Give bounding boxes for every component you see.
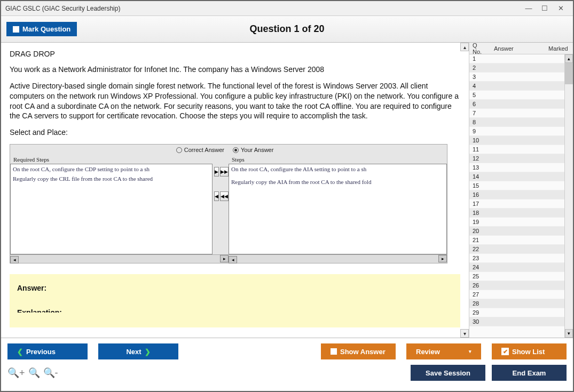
list-item[interactable]: Regularly copy the AIA from the root CA … [229, 177, 446, 187]
scroll-left-icon[interactable]: ◂ [229, 256, 237, 263]
question-list[interactable]: 1234567891011121314151617181920212223242… [469, 54, 573, 338]
show-answer-button[interactable]: Show Answer [321, 343, 396, 359]
table-row[interactable]: 11 [469, 145, 573, 154]
row-number: 15 [469, 182, 487, 189]
table-row[interactable]: 28 [469, 299, 573, 308]
end-exam-button[interactable]: End Exam [492, 365, 567, 381]
correct-answer-toggle[interactable]: Correct Answer [10, 145, 229, 155]
table-row[interactable]: 25 [469, 272, 573, 281]
chevron-right-icon: ❯ [145, 348, 151, 356]
table-row[interactable]: 1 [469, 54, 573, 63]
list-scrollbar[interactable]: ▴ ▾ [564, 54, 573, 338]
window-title: GIAC GSLC (GIAC Security Leadership) [5, 5, 521, 12]
row-number: 13 [469, 164, 487, 171]
scroll-up-icon[interactable]: ▴ [565, 54, 573, 63]
table-row[interactable]: 3 [469, 73, 573, 82]
row-number: 26 [469, 282, 487, 289]
table-row[interactable]: 12 [469, 154, 573, 163]
row-number: 29 [469, 309, 487, 316]
table-row[interactable]: 27 [469, 290, 573, 299]
minimize-button[interactable]: — [521, 3, 537, 14]
row-number: 21 [469, 237, 487, 243]
scroll-left-icon[interactable]: ◂ [10, 256, 19, 263]
zoom-in-icon[interactable]: 🔍+ [7, 367, 25, 379]
zoom-out-icon[interactable]: 🔍- [43, 367, 58, 379]
next-button[interactable]: Next ❯ [98, 343, 178, 359]
table-row[interactable]: 17 [469, 199, 573, 209]
table-row[interactable]: 2 [469, 63, 573, 73]
checkbox-icon [13, 26, 19, 33]
table-row[interactable]: 7 [469, 109, 573, 118]
row-number: 7 [469, 110, 487, 116]
list-item[interactable]: Regularly copy the CRL file from the roo… [11, 174, 212, 183]
hscroll-right[interactable]: ◂ ▸ [229, 254, 447, 263]
mark-question-button[interactable]: Mark Question [6, 22, 77, 36]
required-steps-header: Required Steps [10, 155, 229, 164]
question-p1: You work as a Network Administrator for … [10, 65, 460, 75]
table-row[interactable]: 13 [469, 163, 573, 172]
table-row[interactable]: 9 [469, 127, 573, 136]
table-row[interactable]: 29 [469, 308, 573, 317]
table-row[interactable]: 20 [469, 227, 573, 236]
move-right-button[interactable]: ▶ [214, 167, 219, 177]
table-row[interactable]: 5 [469, 91, 573, 100]
app-window: GIAC GSLC (GIAC Security Leadership) — ☐… [0, 0, 574, 392]
move-left-button[interactable]: ◀ [214, 191, 219, 201]
previous-button[interactable]: ❮ Previous [7, 343, 88, 359]
row-number: 1 [469, 55, 487, 62]
list-item[interactable]: On the root CA, configure the AIA settin… [229, 164, 446, 174]
answer-panel: Answer: Explanation: [10, 274, 460, 327]
row-number: 18 [469, 210, 487, 216]
show-list-button[interactable]: ✔ Show List [492, 343, 567, 359]
table-row[interactable]: 24 [469, 263, 573, 272]
scroll-right-icon[interactable]: ▸ [220, 255, 229, 262]
row-number: 19 [469, 219, 487, 225]
move-all-left-button[interactable]: ◀◀ [220, 191, 229, 201]
zoom-controls: 🔍+ 🔍 🔍- [7, 367, 58, 379]
table-row[interactable]: 26 [469, 281, 573, 290]
table-row[interactable]: 10 [469, 136, 573, 145]
scroll-right-icon[interactable]: ▸ [438, 255, 447, 262]
zoom-reset-icon[interactable]: 🔍 [28, 367, 40, 379]
table-row[interactable]: 19 [469, 218, 573, 227]
content-pane: ▴ DRAG DROP You work as a Network Admini… [1, 43, 469, 338]
scroll-down-icon[interactable]: ▾ [460, 329, 469, 338]
table-row[interactable]: 21 [469, 236, 573, 245]
save-session-button[interactable]: Save Session [411, 365, 485, 381]
question-scroll[interactable]: ▴ DRAG DROP You work as a Network Admini… [1, 43, 469, 338]
table-row[interactable]: 22 [469, 245, 573, 254]
hscroll-left[interactable]: ◂ ▸ [10, 254, 229, 263]
row-number: 22 [469, 246, 487, 252]
scrollbar-thumb[interactable] [565, 63, 573, 84]
table-row[interactable]: 14 [469, 172, 573, 181]
your-answer-toggle[interactable]: Your Answer [229, 145, 447, 155]
table-row[interactable]: 23 [469, 254, 573, 263]
row-number: 30 [469, 318, 487, 325]
mark-question-label: Mark Question [22, 25, 70, 33]
table-row[interactable]: 8 [469, 118, 573, 127]
scroll-up-icon[interactable]: ▴ [460, 43, 469, 51]
table-row[interactable]: 6 [469, 100, 573, 109]
table-row[interactable]: 4 [469, 82, 573, 91]
row-number: 2 [469, 65, 487, 71]
question-type: DRAG DROP [10, 49, 460, 59]
move-all-right-button[interactable]: ▶▶ [220, 167, 229, 177]
maximize-button[interactable]: ☐ [537, 3, 553, 14]
previous-label: Previous [26, 348, 56, 356]
close-button[interactable]: ✕ [553, 3, 569, 14]
col-answer: Answer [491, 44, 545, 53]
question-p2: Active Directory-based single domain sin… [10, 81, 460, 122]
row-number: 23 [469, 255, 487, 261]
list-item[interactable]: On the root CA, configure the CDP settin… [11, 164, 212, 174]
row-number: 5 [469, 92, 487, 98]
table-row[interactable]: 16 [469, 190, 573, 199]
review-button[interactable]: Review ▾ [406, 343, 481, 359]
row-number: 17 [469, 201, 487, 207]
steps-list[interactable]: On the root CA, configure the AIA settin… [229, 164, 447, 254]
chevron-left-icon: ❮ [17, 348, 23, 356]
table-row[interactable]: 30 [469, 317, 573, 326]
required-steps-list[interactable]: On the root CA, configure the CDP settin… [10, 164, 213, 254]
table-row[interactable]: 18 [469, 209, 573, 218]
table-row[interactable]: 15 [469, 181, 573, 190]
scroll-down-icon[interactable]: ▾ [565, 329, 573, 338]
